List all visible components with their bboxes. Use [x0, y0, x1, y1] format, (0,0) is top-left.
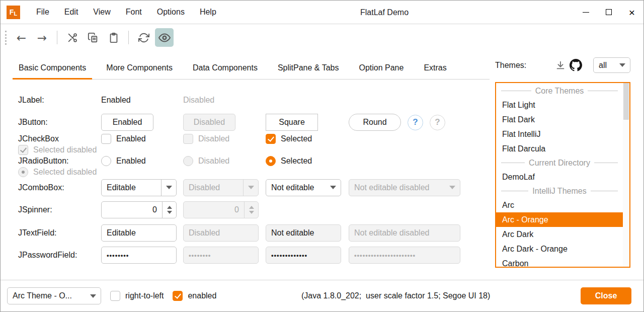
jspinner-row: JSpinner:	[13, 200, 490, 222]
close-window-button[interactable]: ×	[620, 1, 643, 24]
radio-disabled: Disabled	[183, 156, 266, 166]
spinner-down-icon	[249, 211, 254, 214]
menu-view[interactable]: View	[86, 1, 118, 24]
password-input[interactable]	[107, 252, 171, 259]
toolbar: ← →	[1, 24, 643, 51]
paste-button[interactable]	[104, 28, 123, 47]
maximize-button[interactable]	[597, 1, 620, 24]
menu-file[interactable]: File	[29, 1, 57, 24]
disabled-button: Disabled	[183, 114, 235, 131]
password-value: ••••••••••••••••••••••	[354, 252, 416, 259]
checkbox-selected[interactable]: Selected	[266, 134, 349, 144]
radio-enabled[interactable]: Enabled	[101, 156, 183, 166]
theme-item[interactable]: Arc Dark - Orange	[496, 242, 623, 256]
themes-list: Core ThemesFlat LightFlat DarkFlat Intel…	[495, 82, 630, 268]
spinner-enabled[interactable]	[101, 201, 177, 218]
toolbar-grip[interactable]	[5, 31, 7, 45]
checkbox-icon	[110, 291, 120, 301]
menu-font[interactable]: Font	[118, 1, 149, 24]
show-hidden-toggle-button[interactable]	[155, 28, 174, 47]
tab-basic-components[interactable]: Basic Components	[13, 63, 92, 79]
theme-filter-combobox[interactable]: all	[593, 57, 630, 73]
chevron-down-icon	[166, 186, 172, 189]
round-button[interactable]: Round	[349, 114, 401, 131]
footer-theme-combobox[interactable]: Arc Theme - O...	[7, 287, 101, 304]
theme-item[interactable]: Flat Light	[496, 98, 623, 112]
eye-icon	[158, 32, 171, 44]
tab-splitpane-tabs[interactable]: SplitPane & Tabs	[272, 63, 345, 79]
radio-selected[interactable]: Selected	[266, 156, 349, 166]
combobox-arrow-button[interactable]	[615, 58, 630, 72]
components-grid: JLabel: Enabled Disabled JButton: Enable…	[13, 89, 490, 266]
spinner-input	[184, 202, 244, 218]
theme-group-separator: Core Themes	[496, 84, 623, 98]
close-button[interactable]: Close	[581, 287, 631, 304]
theme-item[interactable]: Flat IntelliJ	[496, 127, 623, 141]
github-button[interactable]	[568, 58, 583, 73]
tab-more-components[interactable]: More Components	[100, 63, 179, 79]
jtextfield-row: JTextField: Disabled Not editable Not ed…	[13, 222, 490, 244]
combobox-arrow-button[interactable]	[86, 288, 101, 304]
spinner-buttons	[244, 202, 258, 218]
textfield-value: Not editable	[271, 228, 314, 238]
cut-button[interactable]	[63, 28, 82, 47]
checkbox-enabled[interactable]: Enabled	[101, 134, 183, 144]
tab-extras[interactable]: Extras	[418, 63, 452, 79]
textfield-editable[interactable]	[101, 224, 177, 242]
combobox-arrow-button[interactable]	[326, 180, 341, 196]
tab-data-components[interactable]: Data Components	[187, 63, 264, 79]
textfield-not-editable-disabled: Not editable disabled	[349, 224, 460, 242]
spinner-down-icon	[167, 211, 172, 214]
checkbox-label: Disabled	[198, 134, 229, 143]
footer-theme-value: Arc Theme - O...	[8, 291, 86, 300]
download-theme-button[interactable]	[553, 58, 568, 73]
enabled-checkbox[interactable]: enabled	[173, 291, 216, 301]
back-button[interactable]: ←	[12, 28, 31, 47]
scrollbar-thumb[interactable]	[623, 83, 629, 120]
theme-group-separator: IntelliJ Themes	[496, 184, 623, 198]
copy-button[interactable]	[84, 28, 102, 47]
combobox-arrow-button[interactable]	[161, 180, 176, 196]
minimize-button[interactable]	[574, 1, 597, 24]
square-button[interactable]: Square	[266, 114, 318, 131]
refresh-button[interactable]	[134, 28, 153, 47]
spinner-up-icon	[167, 206, 172, 209]
password-value: •••••••••••••	[271, 252, 307, 259]
spinner-input[interactable]	[102, 202, 162, 218]
passwordfield-editable[interactable]	[101, 247, 177, 264]
paste-clipboard-icon	[108, 32, 119, 43]
checkbox-selected-disabled: Selected disabled	[18, 145, 183, 155]
menu-edit[interactable]: Edit	[57, 1, 86, 24]
copy-icon	[88, 32, 99, 43]
github-icon	[570, 59, 582, 71]
jbutton-row: JButton: Enabled Disabled Square Round ?…	[13, 111, 490, 133]
combobox-not-editable[interactable]: Not editable	[266, 179, 341, 196]
titlebar: FL File Edit View Font Options Help Flat…	[1, 1, 643, 24]
tab-option-pane[interactable]: Option Pane	[353, 63, 410, 79]
theme-item[interactable]: Flat Darcula	[496, 141, 623, 156]
jbutton-row-label: JButton:	[18, 118, 101, 127]
rtl-label: right-to-left	[125, 291, 164, 300]
combobox-editable[interactable]: Editable	[101, 179, 177, 196]
enabled-button[interactable]: Enabled	[101, 114, 153, 131]
theme-filter-value: all	[594, 61, 615, 70]
spinner-buttons[interactable]	[162, 202, 176, 218]
theme-item[interactable]: DemoLaf	[496, 170, 623, 184]
theme-item[interactable]: Arc Dark	[496, 227, 623, 242]
theme-item[interactable]: Arc - Orange	[496, 212, 623, 227]
menu-options[interactable]: Options	[149, 1, 192, 24]
help-button[interactable]: ?	[408, 115, 423, 130]
radio-label: Selected disabled	[33, 168, 97, 177]
menu-help[interactable]: Help	[192, 1, 224, 24]
theme-item[interactable]: Arc	[496, 198, 623, 212]
theme-item[interactable]: Carbon	[496, 256, 623, 268]
radio-label: Disabled	[198, 157, 229, 166]
tabbed-pane: Basic Components More Components Data Co…	[1, 51, 490, 280]
jlabel-disabled: Disabled	[183, 96, 266, 105]
textfield-input[interactable]	[107, 228, 171, 238]
rtl-checkbox[interactable]: right-to-left	[110, 291, 164, 301]
jlabel-row-label: JLabel:	[18, 96, 101, 105]
theme-item[interactable]: Flat Dark	[496, 112, 623, 127]
forward-button[interactable]: →	[33, 28, 51, 47]
jtextfield-row-label: JTextField:	[18, 228, 101, 238]
